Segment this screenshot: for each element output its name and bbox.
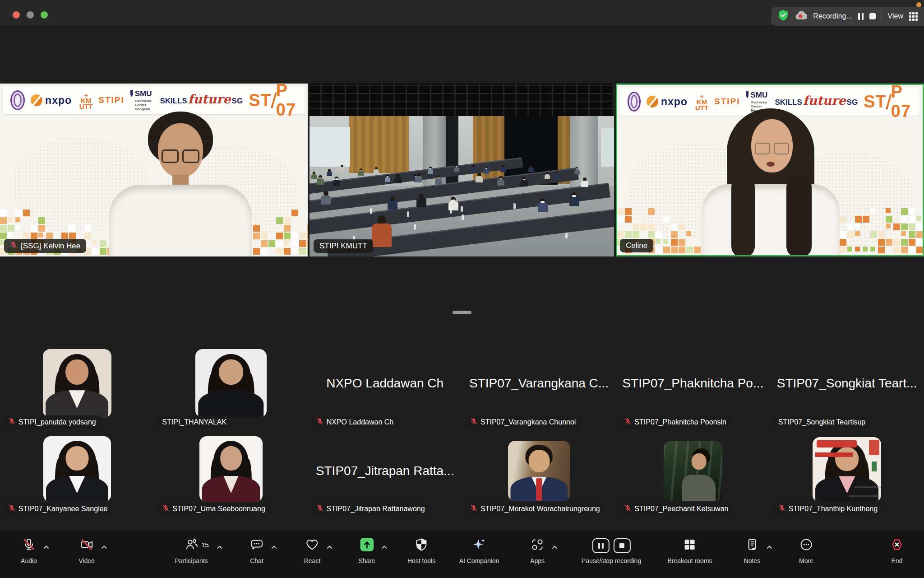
participant-name: STIP07_Uma Seeboonruang xyxy=(172,505,265,513)
shield-check-icon xyxy=(778,9,789,23)
share-screen-icon xyxy=(360,538,374,553)
toolbar-audio-button[interactable]: Audio xyxy=(21,535,37,564)
toolbar-label: Audio xyxy=(21,557,37,564)
apps-icon xyxy=(531,538,544,553)
recording-status-text: Recording... xyxy=(813,12,852,20)
speaker-video-celine-active[interactable]: nxpo ✛KMUTT STIPI SMUOverseas CenterBang… xyxy=(616,84,924,256)
stop-recording-button[interactable] xyxy=(614,538,631,553)
muted-mic-icon xyxy=(778,504,785,513)
participant-name-pill: STIP07_Varangkana Chunnoi xyxy=(465,415,581,429)
close-button[interactable] xyxy=(13,11,20,19)
participant-name-pill: STIP07_Jitrapan Rattanawong xyxy=(311,502,430,515)
participant-name: STIP07_Phaknitcha Poonsin xyxy=(634,418,726,426)
chevron-up-icon[interactable] xyxy=(271,543,277,551)
speaker-name-tag: Celine xyxy=(620,239,653,252)
pause-recording-button[interactable] xyxy=(592,538,610,553)
participant-video-thumbnail[interactable] xyxy=(813,437,881,502)
participant-video-thumbnail[interactable] xyxy=(664,441,722,501)
stipi-logo: STIPI xyxy=(714,97,740,107)
toolbar-label: React xyxy=(304,557,321,564)
muted-mic-icon xyxy=(470,504,477,513)
toolbar-label: More xyxy=(799,557,813,564)
meeting-toolbar: AudioVideo15ParticipantsChatReactShareHo… xyxy=(0,531,924,578)
toolbar-participants-button[interactable]: 15Participants xyxy=(175,535,208,564)
muted-mic-icon xyxy=(316,418,323,427)
participant-video-thumbnail[interactable] xyxy=(508,441,570,501)
toolbar-label: Video xyxy=(79,557,95,564)
toolbar-breakout-rooms-button[interactable]: Breakout rooms xyxy=(668,535,712,564)
toolbar-label: Pause/stop recording xyxy=(582,557,641,564)
skillsfuture-logo: SKILLSfutureSG xyxy=(160,95,243,106)
shield-icon xyxy=(415,538,428,553)
muted-mic-icon xyxy=(624,504,631,513)
toolbar-notes-button[interactable]: Notes xyxy=(744,535,761,564)
skillsfuture-logo: SKILLSfutureSG xyxy=(775,96,858,107)
gallery-resize-handle[interactable] xyxy=(453,311,471,314)
speaker-video-kelvin[interactable]: nxpo ✛KMUTT STIPI SMUOverseas CenterBang… xyxy=(0,84,308,256)
cloud-recording-icon xyxy=(795,10,807,22)
participant-display-name[interactable]: STIP07_Phaknitcha Po... xyxy=(616,376,770,391)
toolbar-ai-companion-button[interactable]: AI Companion xyxy=(459,535,499,564)
participant-name: STIP07_Jitrapan Rattanawong xyxy=(327,505,425,513)
participant-name-pill: STIPI_panutda yodsang xyxy=(3,415,101,429)
participant-display-name[interactable]: STIP07_Songkiat Teart... xyxy=(770,376,924,391)
stop-recording-button[interactable] xyxy=(869,13,876,19)
participant-display-name[interactable]: STIP07_Varangkana C... xyxy=(462,376,616,391)
ellipsis-icon xyxy=(799,538,813,553)
participant-name-pill: STIPI_THANYALAK xyxy=(157,415,231,429)
notes-icon xyxy=(745,538,759,553)
speaker-video-classroom[interactable]: STIPI KMUTT xyxy=(310,84,614,256)
participant-video-thumbnail[interactable] xyxy=(43,436,111,502)
view-button[interactable]: View xyxy=(888,12,903,20)
participant-video-thumbnail[interactable] xyxy=(199,436,263,502)
speaker-name: [SSG] Kelvin Hee xyxy=(21,242,80,251)
toolbar-pause-stop-recording-button[interactable]: Pause/stop recording xyxy=(582,535,641,564)
participant-name: STIP07_Morakot Worachairungreung xyxy=(480,505,600,513)
toolbar-more-button[interactable]: More xyxy=(799,535,813,564)
sparkle-icon xyxy=(472,538,486,553)
mic-muted-icon xyxy=(22,538,36,553)
kmutt-logo: ✛KMUTT xyxy=(695,93,708,111)
toolbar-end-button[interactable]: End xyxy=(890,535,904,564)
chevron-up-icon[interactable] xyxy=(43,543,49,551)
chevron-up-icon[interactable] xyxy=(327,543,333,551)
chevron-up-icon[interactable] xyxy=(767,543,772,551)
minimize-button[interactable] xyxy=(27,11,34,19)
end-call-icon xyxy=(890,538,904,553)
participant-video-thumbnail[interactable] xyxy=(43,349,111,418)
speaker-name: STIPI KMUTT xyxy=(319,242,367,251)
pause-recording-button[interactable] xyxy=(858,13,864,20)
grid-view-icon[interactable] xyxy=(909,12,918,21)
virtual-background-banner: nxpo ✛KMUTT STIPI SMUOverseas CenterBang… xyxy=(3,86,305,114)
zoom-button[interactable] xyxy=(41,11,48,19)
participants-count-badge: 15 xyxy=(201,541,209,549)
toolbar-apps-button[interactable]: Apps xyxy=(530,535,545,564)
heart-icon xyxy=(305,538,319,553)
participant-name-pill: STIP07_Uma Seeboonruang xyxy=(157,502,270,515)
toolbar-react-button[interactable]: React xyxy=(304,535,321,564)
toolbar-label: Host tools xyxy=(407,557,435,564)
participant-name-pill: STIP07_Morakot Worachairungreung xyxy=(465,502,605,515)
divider xyxy=(882,12,882,21)
participant-display-name[interactable]: STIP07_Jitrapan Ratta... xyxy=(308,464,462,478)
speaker-name-tag: [SSG] Kelvin Hee xyxy=(4,239,86,253)
participant-name: STIP07_Peechanit Ketsuwan xyxy=(634,505,728,513)
toolbar-chat-button[interactable]: Chat xyxy=(250,535,263,564)
muted-mic-icon xyxy=(8,504,15,513)
breakout-grid-icon xyxy=(683,538,697,553)
participant-video-thumbnail[interactable] xyxy=(195,349,267,418)
chevron-up-icon[interactable] xyxy=(101,543,107,551)
chevron-up-icon[interactable] xyxy=(381,543,387,551)
toolbar-label: Notes xyxy=(744,557,761,564)
toolbar-host-tools-button[interactable]: Host tools xyxy=(407,535,435,564)
chevron-up-icon[interactable] xyxy=(217,543,222,551)
participant-name: NXPO Laddawan Ch xyxy=(327,418,394,426)
participant-name-pill: STIP07_Thanthip Kunthong xyxy=(773,502,882,515)
toolbar-video-button[interactable]: Video xyxy=(79,535,95,564)
chevron-up-icon[interactable] xyxy=(552,543,558,551)
participant-display-name[interactable]: NXPO Laddawan Ch xyxy=(308,376,462,391)
toolbar-label: End xyxy=(892,557,903,564)
participant-name-pill: NXPO Laddawan Ch xyxy=(311,415,399,429)
toolbar-label: Share xyxy=(358,557,375,564)
toolbar-share-button[interactable]: Share xyxy=(358,535,375,564)
